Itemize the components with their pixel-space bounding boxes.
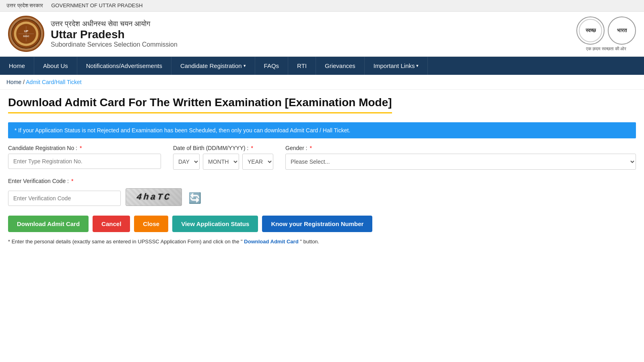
view-application-status-button[interactable]: View Application Status [172, 216, 258, 232]
org-logo: UP SSSC [8, 16, 44, 52]
header-text: उत्तर प्रदेश अधीनस्थ सेवा चयन आयोग Uttar… [51, 20, 178, 48]
dob-year-select[interactable]: YEAR [242, 154, 273, 170]
nav-notifications[interactable]: Notifications/Advertisements [77, 57, 171, 75]
footer-note: * Enter the personal details (exactly sa… [8, 239, 636, 245]
nav-faqs[interactable]: FAQs [255, 57, 289, 75]
footer-note-highlight: Download Admit Card [244, 239, 298, 245]
nav-candidate-registration[interactable]: Candidate Registration ▾ [171, 57, 255, 75]
form-row-1: Candidate Registration No : * Date of Bi… [8, 145, 636, 170]
close-button[interactable]: Close [134, 216, 168, 232]
registration-no-group: Candidate Registration No : * [8, 145, 161, 169]
captcha-text: 4haTC [136, 192, 171, 202]
page-title: Download Admit Card For The Written Exam… [8, 96, 392, 113]
dob-group: Date of Birth (DD/MM/YYYY) : * DAY MONTH… [173, 145, 273, 170]
required-marker-dob: * [251, 145, 253, 151]
hindi-govt-text: उत्तर प्रदेश सरकार [6, 2, 43, 9]
dob-month-select[interactable]: MONTH [203, 154, 239, 170]
captcha-image: 4haTC [126, 188, 182, 206]
verification-label: Enter Verification Code : * [8, 178, 636, 184]
top-bar: उत्तर प्रदेश सरकार GOVERNMENT OF UTTAR P… [0, 0, 644, 12]
breadcrumb-current: Admit Card/Hall Ticket [26, 79, 81, 85]
swachh-tagline: एक क़दम स्वच्छता की ओर [586, 46, 626, 51]
swachh-icon: स्वच्छ [576, 16, 605, 45]
gender-label: Gender : * [285, 145, 636, 151]
breadcrumb-home[interactable]: Home [6, 79, 21, 85]
info-banner: * If your Application Status is not Reje… [8, 122, 636, 138]
verification-row: 4haTC 🔄 [8, 188, 636, 206]
cancel-button[interactable]: Cancel [93, 216, 130, 232]
header: UP SSSC उत्तर प्रदेश अधीनस्थ सेवा चयन आय… [0, 12, 644, 57]
header-left: UP SSSC उत्तर प्रदेश अधीनस्थ सेवा चयन आय… [8, 16, 178, 52]
english-govt-text: GOVERNMENT OF UTTAR PRADESH [51, 2, 142, 9]
captcha-refresh-button[interactable]: 🔄 [187, 190, 203, 206]
download-admit-card-button[interactable]: Download Admit Card [8, 216, 89, 232]
required-marker-gender: * [310, 145, 312, 151]
eng-org-title: Uttar Pradesh [51, 28, 178, 41]
hindi-org-title: उत्तर प्रदेश अधीनस्थ सेवा चयन आयोग [51, 20, 178, 28]
dob-label: Date of Birth (DD/MM/YYYY) : * [173, 145, 273, 151]
eng-org-subtitle: Subordinate Services Selection Commissio… [51, 41, 178, 48]
reg-label: Candidate Registration No : * [8, 145, 161, 151]
chevron-down-icon-2: ▾ [416, 63, 419, 68]
registration-no-input[interactable] [8, 154, 161, 169]
nav-grievances[interactable]: Grievances [316, 57, 365, 75]
verification-input[interactable] [8, 191, 121, 206]
dob-day-select[interactable]: DAY [173, 154, 200, 170]
verification-code-group: Enter Verification Code : * [8, 178, 636, 184]
nav-rti[interactable]: RTI [288, 57, 316, 75]
dob-selects: DAY MONTH YEAR [173, 154, 273, 170]
swachh-bharat-badge: स्वच्छ भारत एक क़दम स्वच्छता की ओर [576, 16, 636, 51]
nav-about-us[interactable]: About Us [34, 57, 77, 75]
nav-important-links[interactable]: Important Links ▾ [365, 57, 428, 75]
refresh-icon: 🔄 [188, 192, 201, 204]
know-registration-number-button[interactable]: Know your Registration Number [262, 216, 372, 232]
gender-group: Gender : * Please Select... Male Female … [285, 145, 636, 170]
nav-home[interactable]: Home [0, 57, 34, 75]
breadcrumb: Home / Admit Card/Hall Ticket [0, 75, 644, 90]
gender-select[interactable]: Please Select... Male Female Other [285, 154, 636, 170]
main-nav: Home About Us Notifications/Advertisemen… [0, 57, 644, 75]
bharat-icon: भारत [608, 16, 636, 45]
chevron-down-icon: ▾ [244, 63, 246, 68]
required-marker-verification: * [71, 178, 73, 184]
required-marker: * [80, 145, 82, 151]
action-buttons: Download Admit Card Cancel Close View Ap… [8, 216, 636, 232]
main-content: Download Admit Card For The Written Exam… [0, 90, 644, 251]
